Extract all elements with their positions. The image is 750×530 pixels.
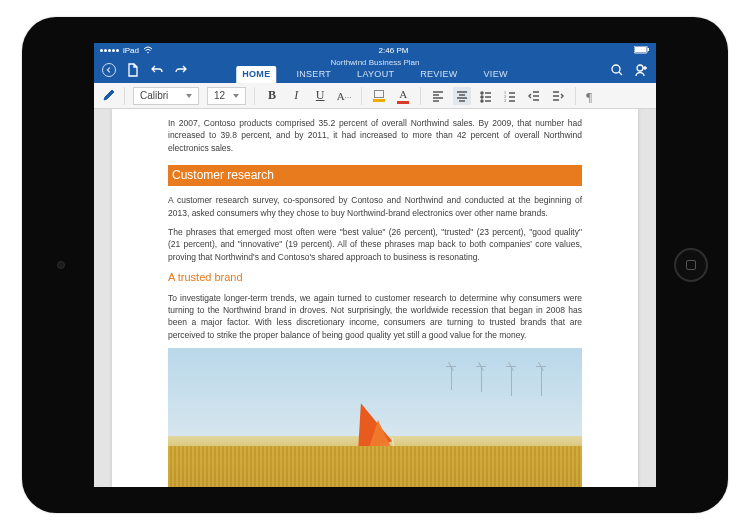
indent-right-button[interactable]: [549, 87, 567, 105]
svg-point-5: [637, 65, 643, 71]
tab-home[interactable]: HOME: [236, 66, 276, 83]
status-time: 2:46 PM: [379, 46, 409, 55]
underline-button[interactable]: U: [311, 87, 329, 105]
tab-layout[interactable]: LAYOUT: [351, 66, 400, 83]
body-text: In 2007, Contoso products comprised 35.2…: [168, 117, 582, 154]
file-icon[interactable]: [126, 63, 140, 77]
svg-point-0: [147, 52, 149, 54]
document-viewport[interactable]: In 2007, Contoso products comprised 35.2…: [94, 109, 656, 487]
app-title-bar: Northwind Business Plan HOME INSERT LAYO…: [94, 57, 656, 83]
heading-customer-research: Customer research: [168, 165, 582, 186]
svg-point-4: [612, 65, 620, 73]
front-camera: [57, 261, 65, 269]
redo-icon[interactable]: [174, 63, 188, 77]
font-size-picker[interactable]: 12: [207, 87, 246, 105]
heading-trusted-brand: A trusted brand: [168, 270, 582, 286]
inline-image-kite-field[interactable]: [168, 348, 582, 487]
numbering-button[interactable]: 123: [501, 87, 519, 105]
share-icon[interactable]: [634, 63, 648, 77]
back-button[interactable]: [102, 63, 116, 77]
svg-text:3: 3: [504, 98, 506, 103]
body-text: A customer research survey, co-sponsored…: [168, 194, 582, 219]
svg-point-7: [481, 96, 483, 98]
indent-left-button[interactable]: [525, 87, 543, 105]
font-size-value: 12: [214, 90, 225, 101]
signal-dots-icon: [100, 49, 119, 52]
undo-icon[interactable]: [150, 63, 164, 77]
bullets-button[interactable]: [477, 87, 495, 105]
highlight-color-button[interactable]: [370, 87, 388, 105]
wifi-icon: [143, 46, 153, 54]
body-text: To investigate longer-term trends, we ag…: [168, 292, 582, 341]
paragraph-marks-button[interactable]: [584, 87, 602, 105]
home-button[interactable]: [674, 248, 708, 282]
ribbon-tabs: HOME INSERT LAYOUT REVIEW VIEW: [236, 66, 514, 83]
italic-button[interactable]: I: [287, 87, 305, 105]
carrier-label: iPad: [123, 46, 139, 55]
tab-insert[interactable]: INSERT: [290, 66, 337, 83]
app-screen: iPad 2:46 PM Northwind Business Plan: [94, 43, 656, 487]
battery-icon: [634, 46, 650, 54]
ios-status-bar: iPad 2:46 PM: [94, 43, 656, 57]
search-icon[interactable]: [610, 63, 624, 77]
svg-point-6: [481, 92, 483, 94]
font-color-button[interactable]: A: [394, 87, 412, 105]
body-text: The phrases that emerged most often were…: [168, 226, 582, 263]
font-name-value: Calibri: [140, 90, 168, 101]
svg-rect-2: [635, 47, 646, 52]
align-left-button[interactable]: [429, 87, 447, 105]
tab-review[interactable]: REVIEW: [414, 66, 463, 83]
more-font-button[interactable]: A…: [335, 87, 353, 105]
bold-button[interactable]: B: [263, 87, 281, 105]
svg-point-8: [481, 100, 483, 102]
svg-rect-3: [648, 48, 650, 51]
home-ribbon: Calibri 12 B I U A… A 123: [94, 83, 656, 109]
document-page[interactable]: In 2007, Contoso products comprised 35.2…: [112, 109, 638, 487]
ipad-device-frame: iPad 2:46 PM Northwind Business Plan: [22, 17, 728, 513]
align-center-button[interactable]: [453, 87, 471, 105]
tab-view[interactable]: VIEW: [478, 66, 514, 83]
font-name-picker[interactable]: Calibri: [133, 87, 199, 105]
styles-pen-icon[interactable]: [102, 88, 116, 104]
